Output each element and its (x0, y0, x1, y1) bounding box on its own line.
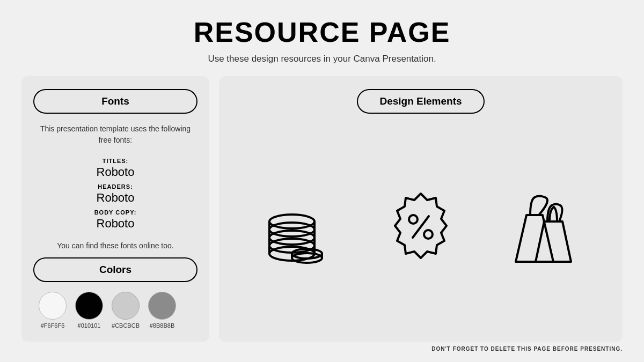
font-label-headers: HEADERS: (98, 183, 133, 190)
color-hex-label: #F6F6F6 (41, 322, 65, 329)
discount-icon (378, 184, 464, 270)
colors-section: Colors #F6F6F6#010101#CBCBCB#8B8B8B (33, 257, 197, 329)
font-name-titles: Roboto (33, 165, 197, 179)
shopping-bags-icon-container (497, 173, 594, 280)
coins-icon (253, 184, 339, 270)
footer-note: DON'T FORGET TO DELETE THIS PAGE BEFORE … (21, 342, 623, 352)
font-label-titles: TITLES: (103, 158, 129, 164)
svg-line-20 (413, 216, 429, 238)
fonts-header: Fonts (33, 89, 197, 114)
color-swatches: #F6F6F6#010101#CBCBCB#8B8B8B (33, 292, 197, 329)
color-swatch (112, 292, 140, 320)
color-hex-label: #010101 (78, 322, 101, 329)
right-panel: Design Elements (219, 76, 623, 342)
font-name-body: Roboto (33, 217, 197, 231)
design-elements-header: Design Elements (357, 89, 484, 114)
color-hex-label: #CBCBCB (112, 322, 140, 329)
font-name-headers: Roboto (33, 191, 197, 205)
color-swatch-wrap: #010101 (75, 292, 103, 329)
fonts-note: You can find these fonts online too. (33, 241, 197, 250)
font-label-body: BODY COPY: (94, 209, 137, 216)
colors-header: Colors (33, 257, 197, 282)
font-entry-titles: TITLES: Roboto (33, 156, 197, 179)
coins-icon-container (248, 173, 345, 280)
svg-point-19 (424, 230, 433, 239)
left-panel: Fonts This presentation template uses th… (21, 76, 209, 342)
color-hex-label: #8B8B8B (150, 322, 174, 329)
font-entry-body: BODY COPY: Roboto (33, 207, 197, 231)
color-swatch (148, 292, 176, 320)
shopping-bags-icon (497, 179, 594, 275)
color-swatch-wrap: #8B8B8B (148, 292, 176, 329)
color-swatch (39, 292, 67, 320)
discount-icon-container (372, 173, 469, 280)
font-entry-headers: HEADERS: Roboto (33, 181, 197, 205)
main-content: Fonts This presentation template uses th… (21, 76, 623, 342)
page-title: RESOURCE PAGE (194, 16, 451, 48)
svg-point-18 (409, 215, 418, 224)
color-swatch-wrap: #CBCBCB (112, 292, 140, 329)
icons-row (234, 124, 608, 329)
color-swatch (75, 292, 103, 320)
font-entries: TITLES: Roboto HEADERS: Roboto BODY COPY… (33, 153, 197, 233)
color-swatch-wrap: #F6F6F6 (39, 292, 67, 329)
page-subtitle: Use these design resources in your Canva… (208, 54, 436, 64)
fonts-description: This presentation template uses the foll… (33, 123, 197, 146)
